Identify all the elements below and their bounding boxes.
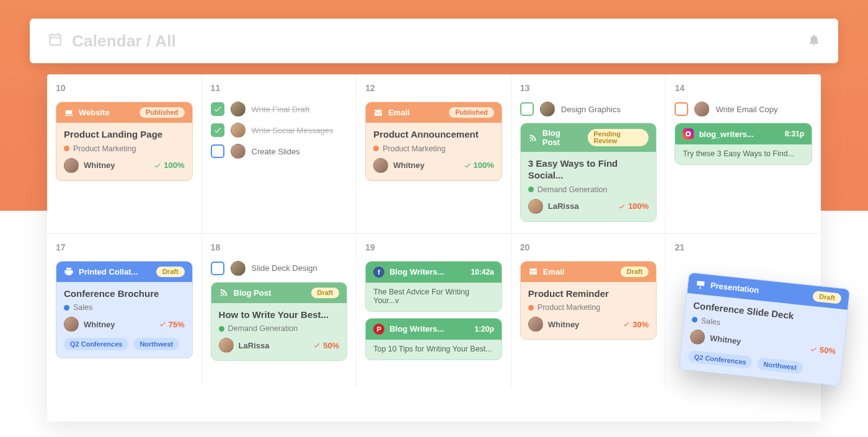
social-card-instagram[interactable]: blog_writers... 8:31p Try these 3 Easy W…: [675, 123, 812, 165]
card-category: Product Marketing: [528, 303, 649, 312]
avatar: [231, 144, 246, 159]
category-dot-icon: [373, 146, 379, 151]
checkbox-checked-icon[interactable]: [211, 102, 224, 116]
task-row[interactable]: Design Graphics: [520, 102, 657, 117]
task-label: Write Final Draft: [252, 105, 310, 114]
progress-badge: 100%: [618, 201, 649, 211]
card-header: Website Published: [56, 102, 192, 123]
social-channel-label: blog_writers...: [699, 130, 753, 139]
calendar-day-cell[interactable]: 10 Website Published Product Landing Pag…: [47, 74, 202, 233]
calendar-day-cell[interactable]: 18 Slide Deck Design Blog Post Draft: [202, 233, 357, 388]
checkbox-open-icon[interactable]: [211, 144, 224, 158]
task-row[interactable]: Write Final Draft: [211, 102, 348, 117]
content-card-blog[interactable]: Blog Post Pending Review 3 Easy Ways to …: [520, 123, 657, 222]
avatar: [540, 102, 555, 117]
task-label: Write Social Messages: [252, 126, 334, 135]
avatar: [689, 329, 706, 345]
category-dot-icon: [219, 326, 224, 332]
calendar-day-cell[interactable]: 11 Write Final Draft Write Social Messag…: [202, 74, 357, 233]
tag[interactable]: Q2 Conferences: [64, 338, 128, 350]
category-dot-icon: [64, 305, 69, 311]
assignee-name: Whitney: [84, 161, 115, 170]
task-label: Slide Deck Design: [252, 263, 317, 273]
social-card-facebook[interactable]: f Blog Writers... 10:42a The Best Advice…: [365, 261, 502, 312]
social-channel-label: Blog Writers...: [389, 267, 444, 276]
social-card-pinterest[interactable]: P Blog Writers... 1:20p Top 10 Tips for …: [365, 318, 502, 360]
assignee-name: Whitney: [84, 320, 115, 329]
calendar-day-cell[interactable]: 19 f Blog Writers... 10:42a The Best Adv…: [356, 233, 512, 388]
card-header: Blog Post Draft: [211, 283, 347, 303]
avatar: [231, 261, 246, 276]
category-dot-icon: [692, 317, 698, 323]
post-time: 8:31p: [785, 130, 804, 138]
checkbox-open-icon[interactable]: [520, 102, 534, 116]
calendar-day-cell[interactable]: 14 Write Email Copy blog_writers... 8:31…: [666, 74, 821, 233]
content-card-email[interactable]: Email Draft Product Reminder Product Mar…: [520, 261, 657, 340]
avatar: [64, 317, 79, 332]
card-category: Sales: [64, 303, 185, 312]
day-number: 13: [520, 83, 657, 93]
task-row[interactable]: Create Slides: [211, 144, 348, 159]
day-number: 18: [211, 242, 348, 252]
assignee-name: Whitney: [709, 333, 742, 346]
rss-icon: [219, 288, 229, 298]
day-number: 14: [675, 83, 812, 93]
tag[interactable]: Northwest: [133, 338, 179, 350]
presentation-icon: [695, 279, 706, 290]
calendar-icon: [47, 32, 63, 50]
card-title: Product Announcement: [373, 129, 494, 141]
assignee-name: Whitney: [548, 320, 580, 329]
card-category: Product Marketing: [64, 144, 185, 153]
status-badge: Draft: [311, 288, 340, 298]
status-badge: Published: [449, 107, 494, 118]
card-title: Product Reminder: [528, 288, 649, 300]
tag[interactable]: Northwest: [757, 357, 804, 374]
day-number: 17: [56, 242, 193, 252]
calendar-day-cell[interactable]: 20 Email Draft Product Reminder: [512, 233, 666, 388]
task-row[interactable]: Write Email Copy: [675, 102, 812, 117]
task-row[interactable]: Slide Deck Design: [211, 261, 348, 276]
status-badge: Draft: [156, 267, 185, 277]
content-card-blog[interactable]: Blog Post Draft How to Write Your Best..…: [211, 282, 348, 361]
day-number: 12: [365, 83, 502, 93]
dragging-card[interactable]: Presentation Draft Conference Slide Deck…: [678, 272, 850, 386]
calendar-day-cell[interactable]: 13 Design Graphics Blog Post Pending Rev…: [512, 74, 666, 233]
content-card-website[interactable]: Website Published Product Landing Page P…: [56, 102, 193, 181]
avatar: [219, 338, 234, 353]
card-title: How to Write Your Best...: [219, 309, 340, 321]
pinterest-icon: P: [373, 324, 384, 335]
calendar-day-cell[interactable]: 17 Printed Collat... Draft Conference Br…: [47, 233, 202, 388]
day-number: 20: [520, 242, 657, 252]
day-number: 19: [365, 242, 502, 252]
calendar-row: 10 Website Published Product Landing Pag…: [47, 74, 821, 233]
calendar-day-cell[interactable]: 12 Email Published Product Announcement: [356, 74, 512, 233]
facebook-icon: f: [373, 267, 384, 278]
social-post-text: Try these 3 Easy Ways to Find...: [683, 149, 804, 158]
card-header: Printed Collat... Draft: [56, 262, 192, 282]
avatar: [694, 102, 709, 117]
progress-badge: 50%: [809, 344, 836, 356]
checkbox-open-icon[interactable]: [211, 262, 224, 275]
checkbox-open-icon[interactable]: [675, 102, 688, 116]
content-card-email[interactable]: Email Published Product Announcement Pro…: [365, 102, 502, 181]
notifications-icon[interactable]: [807, 33, 821, 49]
card-header: Blog Post Pending Review: [521, 123, 657, 152]
task-label: Design Graphics: [561, 105, 621, 114]
task-row[interactable]: Write Social Messages: [211, 123, 348, 138]
card-type-label: Printed Collat...: [79, 267, 138, 276]
status-badge: Published: [140, 107, 185, 118]
card-title: Conference Brochure: [64, 288, 185, 300]
content-card-print[interactable]: Printed Collat... Draft Conference Broch…: [56, 261, 193, 359]
post-time: 10:42a: [471, 268, 494, 276]
tag[interactable]: Q2 Conferences: [688, 350, 753, 369]
checkbox-checked-icon[interactable]: [211, 123, 224, 137]
avatar: [64, 158, 79, 173]
social-post-text: Top 10 Tips for Writing Your Best...: [373, 345, 494, 353]
category-dot-icon: [528, 305, 534, 311]
assignee-name: Whitney: [393, 161, 425, 170]
avatar: [231, 123, 246, 138]
category-dot-icon: [64, 146, 69, 151]
card-title: 3 Easy Ways to Find Social...: [528, 158, 649, 182]
assignee-row: Whitney 100%: [64, 158, 185, 173]
page-title: Calendar / All: [72, 32, 176, 51]
